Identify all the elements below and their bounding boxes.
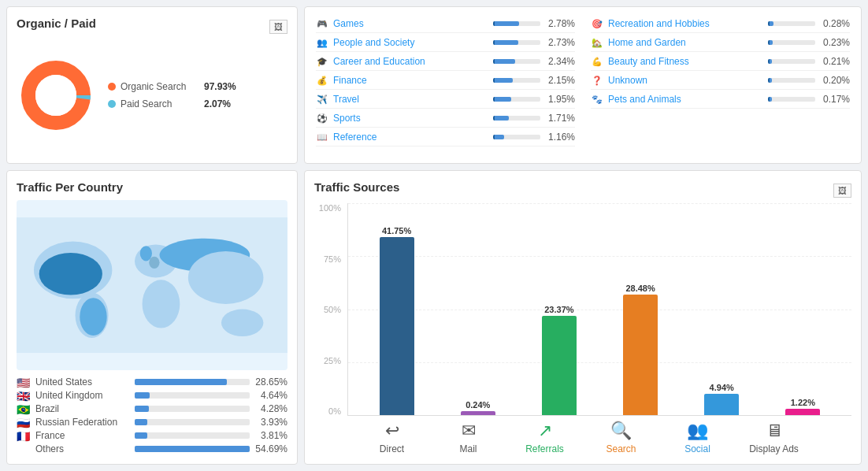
source-icon: 🖥 xyxy=(766,421,783,441)
cat-bar-wrap xyxy=(493,97,540,102)
cat-bar-wrap xyxy=(768,59,815,64)
organic-search-dot xyxy=(108,83,116,91)
cat-bar-wrap xyxy=(493,116,540,121)
cat-name[interactable]: Reference xyxy=(333,132,488,143)
cat-icon: 🎓 xyxy=(316,55,328,68)
cat-bar xyxy=(493,59,515,64)
chart-area: 100% 75% 50% 25% 0% xyxy=(314,203,851,454)
bar-group-display-ads: 1.22% xyxy=(785,203,820,415)
cat-name[interactable]: People and Society xyxy=(333,37,488,48)
traffic-sources-title: Traffic Sources xyxy=(314,180,399,194)
source-icon: ✉ xyxy=(462,421,476,441)
categories-right-col: 🎯 Recreation and Hobbies 0.28% 🏡 Home an… xyxy=(591,15,850,155)
cat-bar xyxy=(493,21,519,26)
source-item-search[interactable]: 🔍 Search xyxy=(590,421,653,454)
cat-name[interactable]: Finance xyxy=(333,75,488,86)
organic-paid-title: Organic / Paid xyxy=(17,17,96,30)
bar-rect xyxy=(380,237,414,415)
source-label: Referrals xyxy=(525,443,564,454)
cat-icon: 📖 xyxy=(316,131,328,143)
cat-name[interactable]: Pets and Animals xyxy=(608,94,763,105)
y-label-75: 75% xyxy=(324,254,341,264)
source-item-direct[interactable]: ↩ Direct xyxy=(361,421,424,454)
country-bar xyxy=(135,432,147,439)
source-item-referrals[interactable]: ↗ Referrals xyxy=(514,421,577,454)
traffic-country-card: Traffic Per Country xyxy=(6,170,298,465)
country-flag: 🇧🇷 xyxy=(17,404,31,414)
organic-search-label: Organic Search xyxy=(121,81,199,92)
cat-name[interactable]: Games xyxy=(333,18,488,29)
cat-bar xyxy=(493,97,511,102)
country-bar-wrap xyxy=(135,446,250,452)
source-label: Display Ads xyxy=(749,443,799,454)
country-bar-wrap xyxy=(135,432,250,439)
paid-search-label: Paid Search xyxy=(121,98,199,109)
y-label-25: 25% xyxy=(324,356,341,365)
country-row-5: Others 54.69% xyxy=(17,443,287,454)
source-label: Search xyxy=(606,443,636,454)
country-bar-wrap xyxy=(135,419,250,425)
bar-rect xyxy=(461,411,495,415)
cat-name[interactable]: Beauty and Fitness xyxy=(608,56,763,67)
traffic-country-title: Traffic Per Country xyxy=(17,180,287,194)
source-item-display-ads[interactable]: 🖥 Display Ads xyxy=(743,421,806,454)
cat-name[interactable]: Sports xyxy=(333,113,488,124)
country-bar-wrap xyxy=(135,392,250,399)
svg-point-12 xyxy=(188,251,264,304)
country-flag xyxy=(17,444,31,454)
bar-pct: 1.22% xyxy=(791,398,815,407)
cat-pct: 2.73% xyxy=(545,37,575,48)
cat-icon: ⚽ xyxy=(316,112,328,124)
cat-pct: 0.20% xyxy=(820,75,850,86)
cat-name[interactable]: Unknown xyxy=(608,75,763,86)
svg-point-7 xyxy=(80,298,106,336)
cat-icon: 🏡 xyxy=(591,36,603,49)
cat-bar xyxy=(768,40,773,45)
cat-icon: 🎯 xyxy=(591,17,603,30)
category-row-right-1: 🏡 Home and Garden 0.23% xyxy=(591,34,850,52)
category-row-left-3: 💰 Finance 2.15% xyxy=(316,72,575,90)
cat-name[interactable]: Recreation and Hobbies xyxy=(608,18,763,29)
country-pct: 4.28% xyxy=(254,403,287,414)
categories-grid: 🎮 Games 2.78% 👥 People and Society 2.73%… xyxy=(316,15,850,155)
category-row-right-3: ❓ Unknown 0.20% xyxy=(591,72,850,90)
cat-icon: 💰 xyxy=(316,74,328,87)
cat-name[interactable]: Travel xyxy=(333,94,488,105)
svg-point-10 xyxy=(143,280,180,328)
category-row-left-1: 👥 People and Society 2.73% xyxy=(316,34,575,52)
cat-pct: 0.23% xyxy=(820,37,850,48)
cat-name[interactable]: Home and Garden xyxy=(608,37,763,48)
source-label: Mail xyxy=(459,443,477,454)
sources-icon-row: ↩ Direct ✉ Mail ↗ Referrals 🔍 Search 👥 S… xyxy=(314,416,851,454)
cat-pct: 2.15% xyxy=(545,75,575,86)
cat-bar-wrap xyxy=(768,78,815,83)
bar-group-social: 4.94% xyxy=(704,203,739,415)
bar-chart-area: 41.75% 0.24% 23.37% 28.48% 4.94% 1.22% xyxy=(347,203,851,416)
country-row-3: 🇷🇺 Russian Federation 3.93% xyxy=(17,417,287,428)
country-bar xyxy=(135,406,149,412)
category-row-left-4: ✈️ Travel 1.95% xyxy=(316,91,575,109)
category-row-left-5: ⚽ Sports 1.71% xyxy=(316,109,575,128)
country-bar xyxy=(135,392,150,399)
cat-icon: 🎮 xyxy=(316,17,328,30)
country-flag: 🇫🇷 xyxy=(17,431,31,440)
source-label: Social xyxy=(684,443,710,454)
source-icon: 🔍 xyxy=(610,421,632,441)
bar-rect xyxy=(704,394,739,415)
y-label-50: 50% xyxy=(324,305,341,314)
bar-group-search: 28.48% xyxy=(623,203,658,415)
organic-paid-card: Organic / Paid 🖼 Organic Search 97.93% xyxy=(6,6,298,164)
cat-pct: 0.17% xyxy=(820,94,850,105)
world-map-area xyxy=(17,200,287,370)
source-item-mail[interactable]: ✉ Mail xyxy=(437,421,500,454)
bar-group-referrals: 23.37% xyxy=(542,203,577,415)
country-row-2: 🇧🇷 Brazil 4.28% xyxy=(17,403,287,414)
country-name: France xyxy=(35,430,130,441)
source-item-social[interactable]: 👥 Social xyxy=(666,421,729,454)
cat-icon: 💪 xyxy=(591,55,603,68)
sources-export-button[interactable]: 🖼 xyxy=(833,184,851,198)
country-name: Brazil xyxy=(35,403,130,414)
organic-paid-export-button[interactable]: 🖼 xyxy=(269,20,287,34)
cat-name[interactable]: Career and Education xyxy=(333,56,488,67)
country-flag: 🇷🇺 xyxy=(17,417,31,427)
